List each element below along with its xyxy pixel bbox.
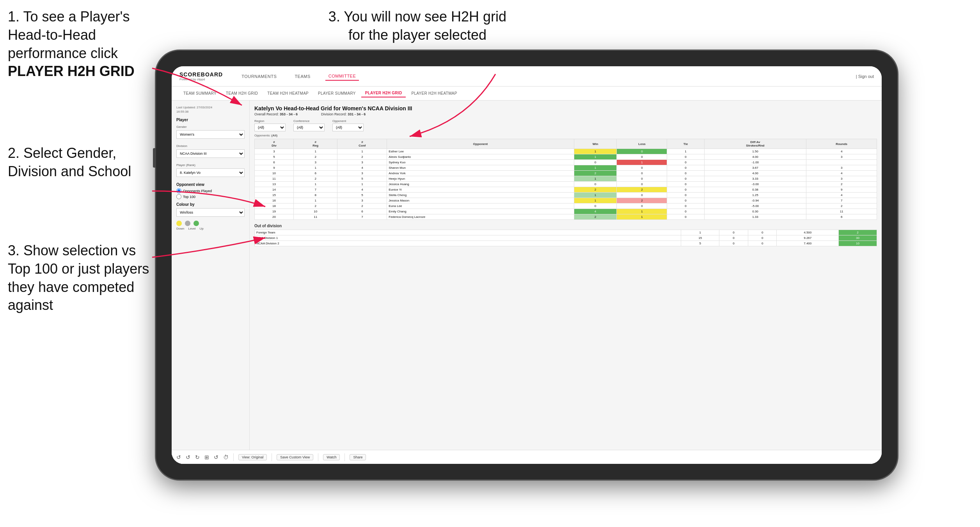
view-original-btn[interactable]: View: Original bbox=[238, 454, 267, 460]
ood-diff: 4.500 bbox=[777, 230, 839, 235]
sub-nav-player-h2h-grid[interactable]: PLAYER H2H GRID bbox=[361, 89, 406, 97]
cell-opponent: Esther Lee bbox=[387, 149, 574, 154]
colour-by-label: Colour by bbox=[176, 202, 245, 207]
cell-tie: 0 bbox=[667, 165, 704, 171]
opponents-label: Opponents: (All) bbox=[254, 134, 877, 137]
cell-opponent: Jessica Huang bbox=[387, 182, 574, 187]
colour-up-label: Up bbox=[200, 227, 204, 230]
cell-conf: 4 bbox=[337, 187, 387, 193]
tablet-screen: SCOREBOARD Powered by clippd TOURNAMENTS… bbox=[172, 66, 882, 464]
radio-opponents-played-input[interactable] bbox=[176, 188, 181, 193]
redo-icon[interactable]: ↻ bbox=[195, 454, 200, 460]
cell-diff: 0.30 bbox=[704, 209, 806, 214]
cell-rounds: 4 bbox=[806, 149, 877, 154]
cell-opponent: Heejo Hyun bbox=[387, 176, 574, 182]
col-reg: #Reg bbox=[293, 139, 337, 149]
instruction-step1: 1. To see a Player's Head-to-Head perfor… bbox=[8, 8, 172, 81]
undo-icon[interactable]: ↺ bbox=[176, 454, 181, 460]
cell-conf: 3 bbox=[337, 160, 387, 165]
gender-dropdown[interactable]: Women's bbox=[176, 130, 245, 139]
ood-tie: 0 bbox=[748, 230, 777, 235]
cell-opponent: Stella Cheng bbox=[387, 193, 574, 198]
colour-up bbox=[194, 221, 199, 226]
gender-label: Gender bbox=[176, 125, 245, 129]
cell-win: 0 bbox=[574, 160, 617, 165]
h2h-table: #Div #Reg #Conf Opponent Win Loss Tie Di… bbox=[254, 139, 877, 220]
undo3-icon[interactable]: ↺ bbox=[214, 454, 218, 460]
radio-top100-input[interactable] bbox=[176, 194, 181, 199]
cell-diff: -5.00 bbox=[704, 203, 806, 209]
tablet-frame: SCOREBOARD Powered by clippd TOURNAMENTS… bbox=[156, 51, 897, 479]
sub-nav-player-h2h-heatmap[interactable]: PLAYER H2H HEATMAP bbox=[407, 90, 461, 97]
colour-by-dropdown[interactable]: Win/loss bbox=[176, 208, 245, 217]
cell-diff: 3.33 bbox=[704, 176, 806, 182]
content-area: Katelyn Vo Head-to-Head Grid for Women's… bbox=[250, 101, 882, 464]
cell-tie: 0 bbox=[667, 182, 704, 187]
conference-select[interactable]: (All) bbox=[293, 124, 325, 131]
cell-opponent: Euna Lee bbox=[387, 203, 574, 209]
instruction-step3-top: 3. You will now see H2H grid for the pla… bbox=[320, 8, 515, 44]
undo2-icon[interactable]: ↺ bbox=[186, 454, 190, 460]
cell-rounds: 7 bbox=[806, 198, 877, 203]
instruction-step3-bottom: 3. Show selection vs Top 100 or just pla… bbox=[8, 242, 156, 315]
overall-record: Overall Record: 353 - 34 - 6 bbox=[254, 112, 298, 116]
cell-reg: 11 bbox=[293, 214, 337, 220]
toolbar-sep2 bbox=[272, 453, 272, 461]
player-rank-dropdown[interactable]: 8. Katelyn Vo bbox=[176, 168, 245, 177]
cell-diff: 1.33 bbox=[704, 214, 806, 220]
colour-section: Colour by Win/loss Down Level Up bbox=[176, 202, 245, 230]
cell-opponent: Andrea York bbox=[387, 171, 574, 176]
ood-table-row: NCAA Division 2 5 0 0 7.400 10 bbox=[255, 241, 877, 246]
cell-conf: 1 bbox=[337, 182, 387, 187]
cell-win: 1 bbox=[574, 154, 617, 160]
ood-table-row: Foreign Team 1 0 0 4.500 2 bbox=[255, 230, 877, 235]
sub-nav-player-summary[interactable]: PLAYER SUMMARY bbox=[314, 90, 360, 97]
cell-conf: 1 bbox=[337, 149, 387, 154]
sub-nav-team-h2h-grid[interactable]: TEAM H2H GRID bbox=[222, 90, 262, 97]
ood-rounds: 2 bbox=[839, 230, 877, 235]
sub-nav: TEAM SUMMARY TEAM H2H GRID TEAM H2H HEAT… bbox=[172, 87, 882, 101]
clock-icon[interactable]: ⏱ bbox=[223, 454, 229, 460]
cell-opponent: Sharon Mun bbox=[387, 165, 574, 171]
cell-tie: 0 bbox=[667, 187, 704, 193]
logo-main: SCOREBOARD bbox=[179, 71, 223, 78]
cell-loss: 1 bbox=[617, 214, 667, 220]
ood-loss: 0 bbox=[719, 230, 748, 235]
opponent-select[interactable]: (All) bbox=[332, 124, 364, 131]
cell-div: 11 bbox=[255, 176, 294, 182]
cell-div: 19 bbox=[255, 209, 294, 214]
region-select[interactable]: (All) bbox=[254, 124, 286, 131]
cell-reg: 10 bbox=[293, 209, 337, 214]
ood-loss: 0 bbox=[719, 241, 748, 246]
cell-rounds: 6 bbox=[806, 214, 877, 220]
cell-conf: 7 bbox=[337, 214, 387, 220]
crop-icon[interactable]: ⊞ bbox=[204, 454, 209, 460]
player-section-label: Player bbox=[176, 118, 245, 122]
cell-win: 1 bbox=[574, 149, 617, 154]
radio-top100[interactable]: Top 100 bbox=[176, 194, 245, 199]
share-btn[interactable]: Share bbox=[350, 454, 366, 460]
save-custom-btn[interactable]: Save Custom View bbox=[277, 454, 313, 460]
sign-out-link[interactable]: | Sign out bbox=[856, 74, 874, 79]
cell-opponent: Alexis Sudjianto bbox=[387, 154, 574, 160]
cell-opponent: Federica Domecq Lacroze bbox=[387, 214, 574, 220]
sub-nav-team-h2h-heatmap[interactable]: TEAM H2H HEATMAP bbox=[263, 90, 312, 97]
radio-opponents-played[interactable]: Opponents Played bbox=[176, 188, 245, 193]
cell-reg: 7 bbox=[293, 187, 337, 193]
nav-committee[interactable]: COMMITTEE bbox=[325, 72, 359, 81]
cell-loss: 0 bbox=[617, 203, 667, 209]
cell-diff: 1.50 bbox=[704, 149, 806, 154]
watch-btn[interactable]: Watch bbox=[323, 454, 340, 460]
ood-loss: 0 bbox=[719, 235, 748, 241]
cell-tie: 0 bbox=[667, 193, 704, 198]
cell-div: 13 bbox=[255, 182, 294, 187]
opponent-view-group: Opponents Played Top 100 bbox=[176, 188, 245, 199]
cell-reg: 2 bbox=[293, 176, 337, 182]
cell-div: 5 bbox=[255, 154, 294, 160]
cell-tie: 0 bbox=[667, 160, 704, 165]
nav-teams[interactable]: TEAMS bbox=[291, 73, 313, 80]
division-dropdown[interactable]: NCAA Division III bbox=[176, 149, 245, 158]
sub-nav-team-summary[interactable]: TEAM SUMMARY bbox=[179, 90, 220, 97]
cell-win: 2 bbox=[574, 187, 617, 193]
nav-tournaments[interactable]: TOURNAMENTS bbox=[238, 73, 280, 80]
